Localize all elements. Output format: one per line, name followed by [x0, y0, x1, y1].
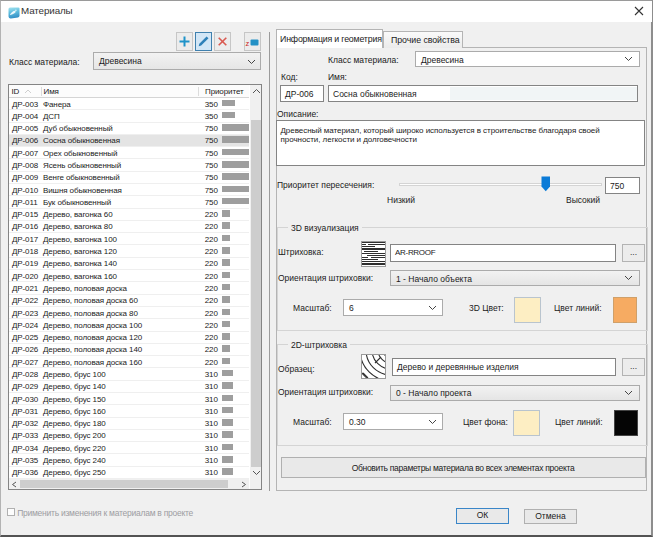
svg-text:z: z	[245, 39, 249, 48]
